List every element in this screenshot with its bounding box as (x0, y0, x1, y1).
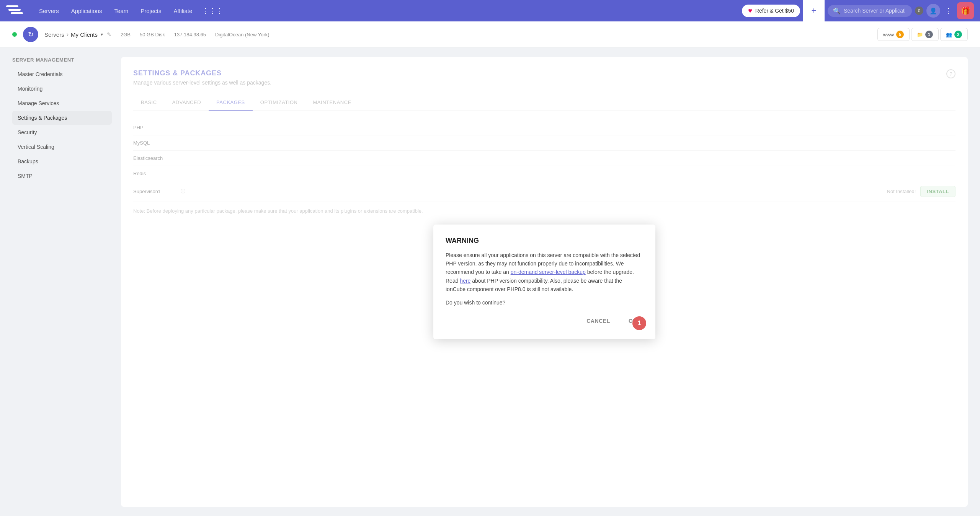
sidebar-item-master-credentials[interactable]: Master Credentials (12, 67, 112, 81)
server-provider: DigitalOcean (New York) (215, 32, 270, 37)
sidebar-item-settings-packages[interactable]: Settings & Packages (12, 111, 112, 125)
sidebar-item-manage-services[interactable]: Manage Services (12, 96, 112, 110)
logo[interactable] (6, 4, 24, 18)
server-icon: ↻ (23, 27, 38, 42)
users-icon: 👥 (946, 32, 952, 37)
here-link[interactable]: here (460, 278, 470, 284)
warning-dialog: WARNING Please ensure all your applicati… (433, 225, 655, 340)
sidebar-section-title: Server Management (12, 57, 112, 63)
server-ram: 2GB (121, 32, 131, 37)
search-box: 🔍 (828, 5, 912, 17)
sidebar-item-security[interactable]: Security (12, 125, 112, 139)
svg-rect-1 (8, 9, 21, 11)
backup-link[interactable]: on-demand server-level backup (511, 269, 586, 275)
dialog-title: WARNING (446, 237, 643, 245)
sidebar: Server Management Master Credentials Mon… (12, 57, 112, 507)
breadcrumb-server-name[interactable]: My Clients (71, 31, 98, 38)
modal-overlay: WARNING Please ensure all your applicati… (121, 57, 968, 507)
sidebar-item-backups[interactable]: Backups (12, 155, 112, 168)
breadcrumb: Servers › My Clients ▾ ✎ (44, 31, 111, 38)
main-content: SETTINGS & PACKAGES Manage various serve… (121, 57, 968, 507)
server-status-indicator (12, 32, 17, 37)
top-navigation: Servers Applications Team Projects Affil… (0, 0, 980, 21)
server-actions: www 5 📁 1 👥 2 (877, 28, 968, 41)
dialog-body-3: about PHP version compatibility. Also, p… (446, 278, 622, 292)
server-disk: 50 GB Disk (140, 32, 165, 37)
breadcrumb-separator: › (67, 31, 69, 38)
grid-icon[interactable]: ⋮⋮⋮ (199, 3, 226, 18)
search-icon: 🔍 (833, 7, 841, 15)
server-ip: 137.184.98.65 (174, 32, 206, 37)
heart-icon: ♥ (748, 7, 752, 15)
users-count: 2 (954, 31, 962, 38)
nav-affiliate[interactable]: Affiliate (168, 5, 198, 17)
folder-badge[interactable]: 📁 1 (911, 28, 939, 41)
edit-icon[interactable]: ✎ (107, 31, 111, 37)
folder-icon: 📁 (917, 32, 923, 37)
svg-rect-2 (11, 12, 23, 14)
step-badge: 1 (632, 316, 646, 330)
www-label: www (883, 32, 894, 37)
nav-projects[interactable]: Projects (135, 5, 167, 17)
www-badge[interactable]: www 5 (877, 28, 910, 41)
www-count: 5 (896, 31, 904, 38)
sidebar-item-smtp[interactable]: SMTP (12, 169, 112, 183)
nav-right: ♥ Refer & Get $50 + 🔍 0 👤 ⋮ 🎁 (742, 0, 974, 21)
sidebar-item-vertical-scaling[interactable]: Vertical Scaling (12, 140, 112, 154)
avatar[interactable]: 👤 (926, 4, 940, 18)
users-badge[interactable]: 👥 2 (940, 28, 968, 41)
refer-button[interactable]: ♥ Refer & Get $50 (742, 5, 800, 17)
search-input[interactable] (844, 8, 905, 14)
more-icon[interactable]: ⋮ (943, 5, 954, 17)
refer-label: Refer & Get $50 (755, 8, 794, 14)
gift-button[interactable]: 🎁 (957, 2, 974, 19)
folder-count: 1 (925, 31, 933, 38)
nav-links: Servers Applications Team Projects Affil… (34, 3, 742, 18)
dialog-question: Do you wish to continue? (446, 300, 643, 306)
dialog-body: Please ensure all your applications on t… (446, 251, 643, 294)
dialog-actions: CANCEL OK (446, 315, 643, 327)
nav-applications[interactable]: Applications (66, 5, 108, 17)
breadcrumb-servers[interactable]: Servers (44, 31, 64, 38)
cancel-button[interactable]: CANCEL (580, 315, 616, 327)
nav-team[interactable]: Team (109, 5, 134, 17)
nav-servers[interactable]: Servers (34, 5, 64, 17)
svg-rect-0 (6, 5, 18, 7)
notification-badge[interactable]: 0 (915, 7, 923, 15)
sidebar-item-monitoring[interactable]: Monitoring (12, 82, 112, 96)
page-content: Server Management Master Credentials Mon… (0, 48, 980, 516)
server-header: ↻ Servers › My Clients ▾ ✎ 2GB 50 GB Dis… (0, 21, 980, 48)
chevron-down-icon[interactable]: ▾ (101, 32, 103, 37)
server-meta: 2GB 50 GB Disk 137.184.98.65 DigitalOcea… (121, 32, 270, 37)
add-button[interactable]: + (803, 0, 825, 21)
